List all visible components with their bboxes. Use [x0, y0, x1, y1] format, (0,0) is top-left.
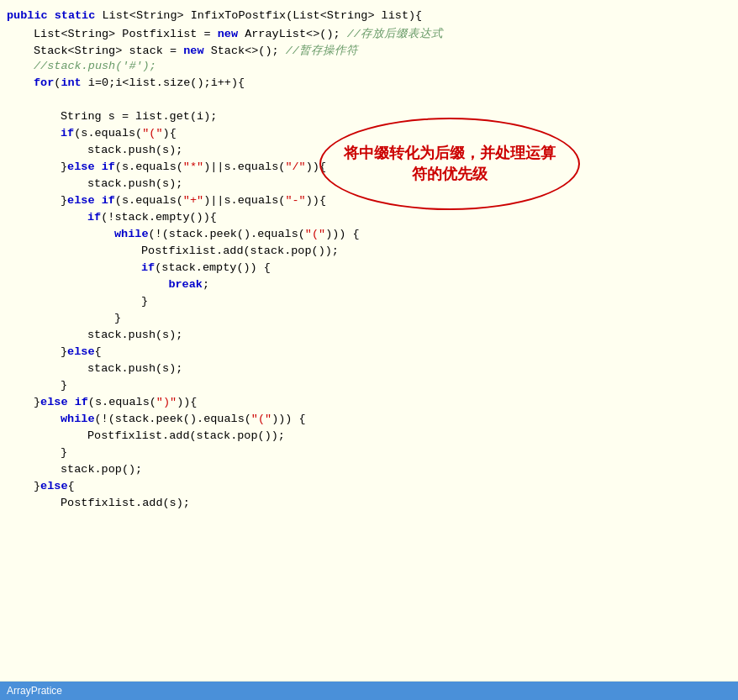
- code-line: String s = list.get(i);: [0, 109, 738, 126]
- code-line: }else if(s.equals("*")||s.equals("/")){: [0, 160, 738, 176]
- bottom-bar: ArrayPratice: [0, 682, 738, 700]
- code-line: }else if(s.equals(")")){: [0, 395, 738, 412]
- code-line: if(!stack.empty()){: [0, 210, 738, 227]
- code-line: }: [0, 311, 738, 328]
- code-line: if(stack.empty()) {: [0, 261, 738, 277]
- code-line: stack.push(s);: [0, 176, 738, 193]
- code-line: public static List<String> InfixToPostfi…: [0, 8, 738, 25]
- code-line: }else if(s.equals("+")||s.equals("-")){: [0, 193, 738, 210]
- code-line: Postfixlist.add(s);: [0, 496, 738, 513]
- code-line: if(s.equals("("){: [0, 126, 738, 143]
- code-line: [0, 92, 738, 109]
- code-line: //stack.push('#');: [0, 59, 738, 76]
- code-line: }: [0, 378, 738, 395]
- code-container: public static List<String> InfixToPostfi…: [0, 0, 738, 681]
- code-line: }: [0, 445, 738, 462]
- code-line: Postfixlist.add(stack.pop());: [0, 429, 738, 445]
- code-line: Postfixlist.add(stack.pop());: [0, 244, 738, 261]
- code-line: List<String> Postfixlist = new ArrayList…: [0, 25, 738, 42]
- code-line: stack.push(s);: [0, 328, 738, 345]
- code-line: Stack<String> stack = new Stack<>(); //暂…: [0, 42, 738, 59]
- code-line: }else{: [0, 479, 738, 496]
- code-line: while(!(stack.peek().equals("("))) {: [0, 227, 738, 244]
- code-line: for(int i=0;i<list.size();i++){: [0, 76, 738, 92]
- code-line: while(!(stack.peek().equals("("))) {: [0, 412, 738, 429]
- code-line: stack.push(s);: [0, 143, 738, 160]
- code-line: stack.push(s);: [0, 361, 738, 378]
- code-line: stack.pop();: [0, 462, 738, 479]
- code-line: break;: [0, 277, 738, 294]
- code-line: }else{: [0, 345, 738, 361]
- code-line: }: [0, 294, 738, 311]
- bottom-bar-text: ArrayPratice: [7, 685, 62, 697]
